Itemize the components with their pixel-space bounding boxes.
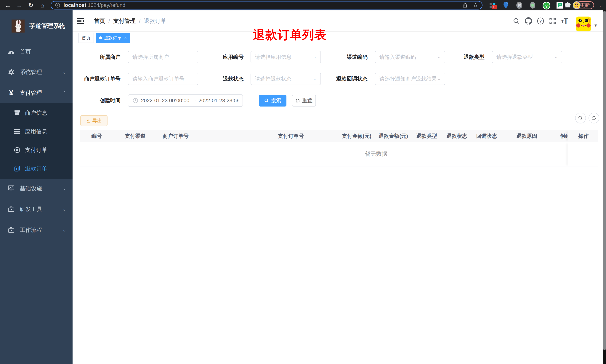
page-scrollbar[interactable]	[603, 10, 606, 364]
top-navbar: 首页 / 支付管理 / 退款订单 ? тT	[73, 10, 606, 32]
sidebar-item-system[interactable]: 系统管理 ⌄	[0, 62, 73, 83]
tab-refund-order[interactable]: 退款订单 ×	[96, 33, 130, 43]
extension-balloon-icon[interactable]	[502, 1, 510, 9]
svg-text:y: y	[545, 3, 548, 8]
merchant-refund-no-input[interactable]: 请输入商户退款订单号	[128, 73, 198, 85]
grid-icon	[14, 129, 20, 134]
home-icon[interactable]: ⌂	[37, 0, 48, 10]
pay-order-icon: ¥	[14, 147, 20, 153]
logo-rabbit-avatar	[12, 20, 25, 33]
refund-order-icon	[14, 166, 20, 172]
sidebar-item-app-info[interactable]: 应用信息	[0, 122, 73, 141]
col-refund-type: 退款类型	[411, 132, 441, 140]
reset-label: 重置	[302, 97, 313, 104]
dashboard-icon	[7, 49, 15, 55]
user-avatar[interactable]	[576, 16, 591, 31]
date-range-picker[interactable]: 2022-01-23 00:00:00 - 2022-01-23 23:59:5…	[128, 94, 243, 107]
sidebar-item-devtools[interactable]: 研发工具 ⌄	[0, 199, 73, 220]
sidebar-item-infra[interactable]: 基础设施 ⌄	[0, 178, 73, 199]
export-button[interactable]: 导出	[80, 115, 107, 126]
browser-update-button[interactable]: 更新	[576, 1, 594, 9]
col-pay-order-no: 支付订单号	[272, 132, 336, 140]
sidebar-submenu: 商户信息 应用信息 ¥ 支付订单 退款订单	[0, 103, 73, 179]
sidebar-item-label: 工作流程	[20, 226, 42, 234]
chevron-down-icon: ⌄	[437, 77, 441, 81]
page-title: 退款订单列表	[253, 27, 327, 43]
chevron-down-icon: ⌄	[554, 55, 558, 60]
url-path: :1024/pay/refund	[86, 2, 125, 8]
col-pay-amount: 支付金额(元)	[336, 132, 373, 140]
sidebar-logo[interactable]: 芋道管理系统	[0, 15, 73, 37]
close-tab-icon[interactable]: ×	[124, 36, 127, 40]
extension-command-icon[interactable]: ⌘	[516, 1, 523, 9]
breadcrumb-separator: /	[108, 18, 110, 24]
site-info-icon[interactable]	[55, 2, 60, 8]
sidebar-item-label: 应用信息	[25, 128, 47, 135]
tab-home[interactable]: 首页	[79, 33, 94, 43]
notify-status-select[interactable]: 请选择通知商户退款结果 ⌄	[375, 73, 445, 85]
reset-button[interactable]: 重置	[292, 95, 316, 106]
placeholder: 请选择退款状态	[255, 75, 312, 82]
filter-label-create-time: 创建时间	[78, 94, 120, 107]
reload-icon[interactable]: ↻	[26, 0, 36, 10]
search-button[interactable]: 搜索	[259, 95, 287, 106]
date-separator: -	[192, 98, 198, 104]
col-create-time: 创建时间	[554, 132, 567, 140]
export-label: 导出	[92, 117, 102, 124]
sidebar-item-refund-order[interactable]: 退款订单	[0, 159, 73, 178]
breadcrumb-pay[interactable]: 支付管理	[113, 17, 136, 25]
breadcrumb-separator: /	[139, 18, 140, 24]
refund-status-select[interactable]: 请选择退款状态 ⌄	[250, 73, 321, 85]
address-bar[interactable]: localhost:1024/pay/refund ☆	[51, 1, 483, 10]
bookmark-star-icon[interactable]: ☆	[473, 2, 478, 9]
extension-green-dot-icon[interactable]	[529, 1, 536, 9]
sidebar-item-pay[interactable]: ¥ 支付管理 ⌃	[0, 83, 73, 103]
app-select[interactable]: 请选择应用信息 ⌄	[250, 51, 321, 63]
sidebar-item-merchant-info[interactable]: 商户信息	[0, 104, 73, 122]
fullscreen-icon[interactable]	[547, 10, 558, 32]
filter-label-notify-status: 退款回调状态	[323, 73, 368, 85]
hamburger-fold-icon[interactable]	[75, 10, 86, 32]
refresh-table-button[interactable]	[589, 113, 599, 123]
sidebar-item-workflow[interactable]: 工作流程 ⌄	[0, 220, 73, 240]
svg-text:¥: ¥	[16, 148, 18, 152]
extension-pintab-icon[interactable]: 10	[489, 1, 496, 9]
font-size-icon[interactable]: тT	[559, 10, 570, 32]
extensions-puzzle-icon[interactable]	[564, 1, 571, 9]
svg-text:⌘: ⌘	[517, 3, 522, 8]
browser-menu-icon[interactable]: ⋮	[598, 1, 603, 8]
help-icon[interactable]: ?	[535, 10, 546, 32]
forward-icon[interactable]: →	[14, 0, 25, 10]
merchant-select[interactable]: 请选择所属商户	[128, 51, 198, 63]
filter-label-merchant-refund-no: 商户退款订单号	[74, 73, 120, 85]
sidebar-item-label: 支付管理	[20, 89, 42, 97]
col-channel: 支付渠道	[119, 132, 157, 140]
sidebar-item-home[interactable]: 首页	[0, 41, 73, 62]
sidebar-item-pay-order[interactable]: ¥ 支付订单	[0, 141, 73, 159]
caret-down-icon[interactable]: ▾	[594, 18, 597, 33]
tab-label: 首页	[82, 35, 91, 41]
sidebar-item-label: 支付订单	[25, 146, 47, 154]
col-merchant-order-no: 商户订单号	[157, 132, 272, 140]
monitor-chart-icon	[7, 185, 15, 191]
sidebar-item-label: 商户信息	[25, 109, 47, 117]
back-icon[interactable]: ←	[3, 0, 13, 10]
briefcase-icon	[7, 206, 15, 212]
col-refund-status: 退款状态	[441, 132, 471, 140]
channel-select[interactable]: 请输入渠道编码 ⌄	[375, 51, 445, 63]
refund-type-select[interactable]: 请选择退款类型 ⌄	[492, 51, 562, 63]
chevron-down-icon: ⌄	[313, 77, 316, 81]
browser-toolbar: ← → ↻ ⌂ localhost:1024/pay/refund ☆ 10	[0, 0, 606, 10]
header-search-icon[interactable]	[511, 10, 522, 32]
breadcrumb-home[interactable]: 首页	[94, 17, 105, 25]
chevron-down-icon: ⌄	[63, 69, 66, 75]
scrollbar-thumb[interactable]	[603, 11, 606, 350]
extension-chat-icon[interactable]	[556, 1, 564, 9]
show-search-toggle-button[interactable]	[575, 113, 586, 123]
github-icon[interactable]	[523, 10, 534, 32]
share-icon[interactable]	[462, 2, 468, 8]
briefcase-icon	[7, 227, 15, 233]
sidebar-item-label: 退款订单	[25, 165, 47, 172]
extension-y-icon[interactable]: y	[542, 1, 550, 9]
filter-label-refund-type: 退款类型	[455, 51, 485, 63]
